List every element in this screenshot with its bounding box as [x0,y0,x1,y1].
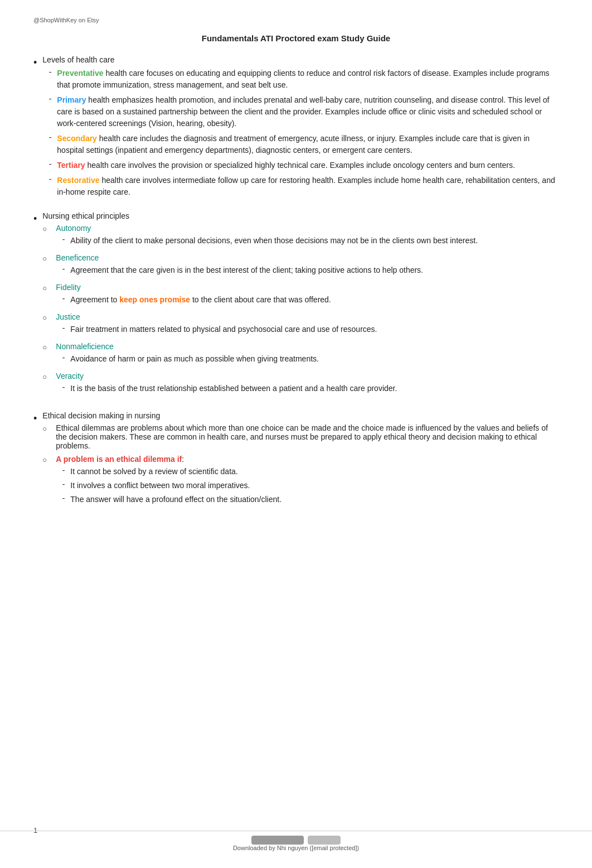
dash-icon: - [56,264,65,273]
section-decision-content: Ethical decision making in nursing ○ Eth… [42,411,559,512]
footer-blur-2: blur [308,836,340,845]
dash-icon: - [56,466,65,475]
beneficence-sub-list: - Agreement that the care given is in th… [56,264,559,276]
level-preventative: - Preventative health care focuses on ed… [42,67,559,91]
fidelity-text: Agreement to keep ones promise to the cl… [70,294,559,306]
section-decision-title: Ethical decision making in nursing [42,411,559,420]
circle-bullet-icon: ○ [42,225,51,233]
circle-bullet-icon: ○ [42,425,51,433]
justice-label: Justice [56,312,80,321]
level-restorative: - Restorative health care involves inter… [42,175,559,198]
level-tertiary: - Tertiary health care involves the prov… [42,160,559,171]
autonomy-item: - Ability of the client to make personal… [56,235,559,247]
dilemma-text-3: The answer will have a profound effect o… [70,494,559,505]
fidelity-content: Fidelity - Agreement to keep ones promis… [56,283,559,308]
dilemmas-content: Ethical dilemmas are problems about whic… [56,423,559,450]
footer-line [0,831,592,831]
dash-icon: - [56,480,65,489]
decision-problem-dilemma: ○ A problem is an ethical dilemma if: - … [42,455,559,508]
level-restorative-text: Restorative health care involves interme… [57,175,559,198]
ethics-veracity: ○ Veracity - It is the basis of the trus… [42,372,559,397]
nonmaleficience-sub-list: - Avoidance of harm or pain as much as p… [56,353,559,365]
beneficence-item: - Agreement that the care given is in th… [56,264,559,276]
decision-dilemmas: ○ Ethical dilemmas are problems about wh… [42,423,559,450]
levels-list: - Preventative health care focuses on ed… [42,67,559,198]
fidelity-label: Fidelity [56,283,80,292]
circle-bullet-icon: ○ [42,373,51,381]
secondary-label: Secondary [57,134,97,143]
veracity-item: - It is the basis of the trust relations… [56,383,559,394]
veracity-label: Veracity [56,372,84,380]
section-decision-making: • Ethical decision making in nursing ○ E… [33,411,559,512]
justice-sub-list: - Fair treatment in matters related to p… [56,324,559,335]
ethics-justice: ○ Justice - Fair treatment in matters re… [42,312,559,337]
ethics-autonomy: ○ Autonomy - Ability of the client to ma… [42,224,559,249]
doc-title: Fundamentals ATI Proctored exam Study Gu… [33,33,559,43]
dash-icon: - [56,353,65,362]
dash-icon: - [56,383,65,392]
decision-circle-list: ○ Ethical dilemmas are problems about wh… [42,423,559,508]
dilemma-item-1: - It cannot be solved by a review of sci… [56,466,559,478]
level-secondary: - Secondary health care includes the dia… [42,133,559,156]
autonomy-sub-list: - Ability of the client to make personal… [56,235,559,247]
veracity-sub-list: - It is the basis of the trust relations… [56,383,559,394]
section-levels: • Levels of health care - Preventative h… [33,55,559,201]
problem-dilemma-colon: : [182,455,184,464]
secondary-text: health care includes the diagnosis and t… [57,134,530,155]
primary-label: Primary [57,95,86,104]
section-ethics: • Nursing ethical principles ○ Autonomy … [33,211,559,401]
level-preventative-text: Preventative health care focuses on educ… [57,67,559,91]
circle-bullet-icon: ○ [42,456,51,464]
footer-text: Downloaded by Nhi nguyen ([email protect… [233,845,359,851]
ethics-fidelity: ○ Fidelity - Agreement to keep ones prom… [42,283,559,308]
level-primary-text: Primary health emphasizes health promoti… [57,94,559,129]
problem-dilemma-label: A problem is an ethical dilemma if [56,455,182,464]
level-secondary-text: Secondary health care includes the diagn… [57,133,559,156]
footer: blurred blur Downloaded by Nhi nguyen ([… [0,831,592,851]
primary-text: health emphasizes health promotion, and … [57,95,549,128]
dash-icon: - [56,324,65,332]
dilemma-text-2: It involves a conflict between two moral… [70,480,559,491]
dilemmas-text: Ethical dilemmas are problems about whic… [56,423,548,450]
bullet-disc: • [33,412,37,426]
restorative-label: Restorative [57,176,99,185]
circle-bullet-icon: ○ [42,284,51,292]
circle-bullet-icon: ○ [42,254,51,263]
ethics-nonmaleficience: ○ Nonmaleficience - Avoidance of harm or… [42,342,559,367]
circle-bullet-icon: ○ [42,343,51,351]
nonmaleficience-content: Nonmaleficience - Avoidance of harm or p… [56,342,559,367]
page: @ShopWithKey on Etsy Fundamentals ATI Pr… [0,0,592,868]
fidelity-sub-list: - Agreement to keep ones promise to the … [56,294,559,306]
fidelity-item: - Agreement to keep ones promise to the … [56,294,559,306]
level-tertiary-text: Tertiary health care involves the provis… [57,160,559,171]
level-primary: - Primary health emphasizes health promo… [42,94,559,129]
autonomy-text: Ability of the client to make personal d… [70,235,559,247]
dash-icon: - [42,67,51,76]
beneficence-text: Agreement that the care given is in the … [70,264,559,276]
problem-dilemma-content: A problem is an ethical dilemma if: - It… [56,455,559,508]
dash-icon: - [56,235,65,244]
justice-text: Fair treatment in matters related to phy… [70,324,559,335]
keep-promise-highlight: keep ones promise [119,295,190,304]
preventative-label: Preventative [57,69,103,78]
dash-icon: - [42,175,51,184]
footer-blur-1: blurred [251,836,304,845]
dilemma-item-2: - It involves a conflict between two mor… [56,480,559,491]
veracity-text: It is the basis of the trust relationshi… [70,383,559,394]
ethics-circle-list: ○ Autonomy - Ability of the client to ma… [42,224,559,397]
bullet-disc: • [33,212,37,226]
dash-icon: - [42,133,51,142]
bullet-disc: • [33,56,37,70]
section-ethics-content: Nursing ethical principles ○ Autonomy - … [42,211,559,401]
autonomy-label: Autonomy [56,224,91,233]
section-levels-title: Levels of health care [42,55,559,64]
tertiary-label: Tertiary [57,161,85,170]
dash-icon: - [42,160,51,168]
autonomy-content: Autonomy - Ability of the client to make… [56,224,559,249]
dash-icon: - [42,94,51,103]
nonmaleficience-item: - Avoidance of harm or pain as much as p… [56,353,559,365]
ethics-beneficence: ○ Beneficence - Agreement that the care … [42,253,559,278]
restorative-text: health care involves intermediate follow… [57,176,555,196]
dash-icon: - [56,494,65,503]
tertiary-text: health care involves the provision or sp… [88,161,515,170]
